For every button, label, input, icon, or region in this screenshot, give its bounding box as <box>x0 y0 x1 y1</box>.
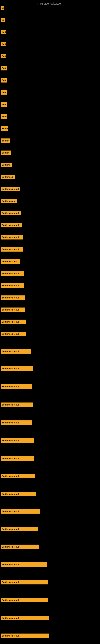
bottleneck-bar: Bottleneck result <box>1 420 32 425</box>
list-item: Bottleneck result <box>1 296 25 300</box>
bottleneck-bar: Bottleneck result <box>1 527 38 531</box>
bottleneck-bar: Bott <box>1 66 7 70</box>
bottleneck-label: Bott <box>1 43 6 45</box>
bottleneck-label: Bottleneck result <box>1 308 19 311</box>
bottleneck-bar: Bottleneck result <box>1 320 26 324</box>
bottleneck-label: Bottleneck result <box>1 599 19 601</box>
bottleneck-bar: Bottleneck result <box>1 438 34 443</box>
list-item: Bottleneck result <box>1 320 26 324</box>
list-item: Bottleneck r <box>1 175 15 179</box>
bottleneck-label: Bo <box>1 19 4 21</box>
bottleneck-bar: Bottleneck result <box>1 402 33 407</box>
bottleneck-label: Bottleneck result <box>1 236 19 238</box>
bottleneck-label: Bottleneck result <box>1 457 19 460</box>
list-item: Bottleneck result <box>1 527 38 531</box>
bottleneck-label: Bott <box>1 103 6 106</box>
list-item: Bottleneck result <box>1 562 48 567</box>
bottleneck-bar: Bott <box>1 90 7 94</box>
bottleneck-label: Bo <box>1 7 4 9</box>
list-item: Bottleneck result <box>1 634 49 638</box>
list-item: Bottleneck result <box>1 456 34 461</box>
bottleneck-bar: Bottleneck result <box>1 283 24 288</box>
bottleneck-bar: Bottleneck result <box>1 349 31 354</box>
bottleneck-bar: Bottlen <box>1 138 10 143</box>
list-item: Bottlene <box>1 162 12 167</box>
bottleneck-label: Bottleneck result <box>1 367 19 370</box>
list-item: Bo <box>1 6 4 10</box>
bottleneck-bar: Bottleneck result <box>1 271 24 276</box>
bottleneck-bar: Bott <box>1 102 7 107</box>
list-item: Bottleneck result <box>1 223 22 228</box>
bottleneck-label: Bott <box>1 79 6 82</box>
bottleneck-bar: Bottleneck result <box>1 187 20 191</box>
bottleneck-bar: Bottlene <box>1 162 12 167</box>
list-item: Bottle <box>1 126 8 131</box>
bottleneck-bar: Bottleneck resu <box>1 259 20 264</box>
list-item: Bottleneck result <box>1 384 32 389</box>
bottleneck-label: Bottleneck result <box>1 248 19 250</box>
list-item: Bottl <box>1 114 7 119</box>
bottleneck-label: Bottleneck result <box>1 546 19 548</box>
list-item: Bottleneck result <box>1 580 48 584</box>
bottleneck-bar: Bottleneck re <box>1 199 17 203</box>
list-item: Bottleneck result <box>1 474 35 478</box>
bottleneck-label: Bott <box>1 67 6 70</box>
list-item: Bottlen <box>1 150 11 155</box>
bottleneck-label: Bottleneck result <box>1 563 19 566</box>
bottleneck-bar: Bottleneck result <box>1 456 34 461</box>
bottleneck-label: Bottleneck r <box>1 176 14 178</box>
list-item: Bott <box>1 90 7 94</box>
bottleneck-label: Bottleneck result <box>1 439 19 442</box>
bottleneck-label: Bottleneck result <box>1 224 19 226</box>
bottleneck-label: Bottleneck result <box>1 493 19 495</box>
list-item: Bottleneck result <box>1 402 33 407</box>
list-item: Bott <box>1 66 7 70</box>
bottleneck-bar: Bottleneck result <box>1 332 26 336</box>
bottleneck-bar: Bottleneck result <box>1 223 22 228</box>
bottleneck-bar: Bottleneck result <box>1 616 49 620</box>
list-item: Bott <box>1 78 7 82</box>
bottleneck-label: Bottleneck result <box>1 634 19 637</box>
bottleneck-label: Bottleneck result <box>1 581 19 584</box>
bottleneck-label: Bottleneck result <box>1 212 19 214</box>
bottleneck-label: Bottlen <box>1 152 9 154</box>
bottleneck-label: Bottlene <box>1 164 10 166</box>
bottleneck-bar: Bottleneck result <box>1 308 25 312</box>
list-item: Bott <box>1 54 6 58</box>
bottleneck-label: Bottleneck result <box>1 528 19 530</box>
bottleneck-label: Bottleneck result <box>1 320 19 323</box>
bottleneck-bar: Bottleneck result <box>1 544 39 549</box>
list-item: Bottleneck result <box>1 366 33 371</box>
list-item: Bottleneck result <box>1 598 48 602</box>
bottleneck-bar: Bottleneck result <box>1 235 23 240</box>
list-item: Bo <box>1 18 5 22</box>
bottleneck-bar: Bottleneck result <box>1 509 40 514</box>
list-item: Bott <box>1 30 6 34</box>
bottleneck-bar: Bottleneck result <box>1 296 25 300</box>
bottleneck-label: Bottleneck resu <box>1 260 18 263</box>
bottleneck-bar: Bottleneck result <box>1 634 49 638</box>
bottleneck-label: Bottleneck result <box>1 272 19 275</box>
list-item: Bottlen <box>1 138 10 143</box>
bottleneck-label: Bottleneck re <box>1 200 16 202</box>
list-item: Bottleneck result <box>1 509 40 514</box>
bottleneck-label: Bottleneck result <box>1 386 19 388</box>
list-item: Bottleneck result <box>1 271 24 276</box>
bottleneck-label: Bottleneck result <box>1 475 19 477</box>
bottleneck-bar: Bo <box>1 18 5 22</box>
bottleneck-bar: Bottleneck result <box>1 598 48 602</box>
bottleneck-bar: Bottleneck result <box>1 580 48 584</box>
list-item: Bottleneck resu <box>1 259 20 264</box>
list-item: Bottleneck result <box>1 492 36 496</box>
bottleneck-bar: Bo <box>1 6 4 10</box>
list-item: Bott <box>1 102 7 107</box>
bottleneck-label: Bottleneck result <box>1 296 19 299</box>
list-item: Bottleneck result <box>1 420 32 425</box>
bottleneck-bar: Bott <box>1 54 6 58</box>
bottleneck-label: Bottleneck result <box>1 422 19 424</box>
list-item: Bottleneck result <box>1 544 39 549</box>
list-item: Bottleneck result <box>1 211 21 215</box>
bottleneck-label: Bottleneck result <box>1 510 19 512</box>
list-item: Bottleneck result <box>1 235 23 240</box>
bottleneck-bar: Bottleneck result <box>1 562 48 567</box>
